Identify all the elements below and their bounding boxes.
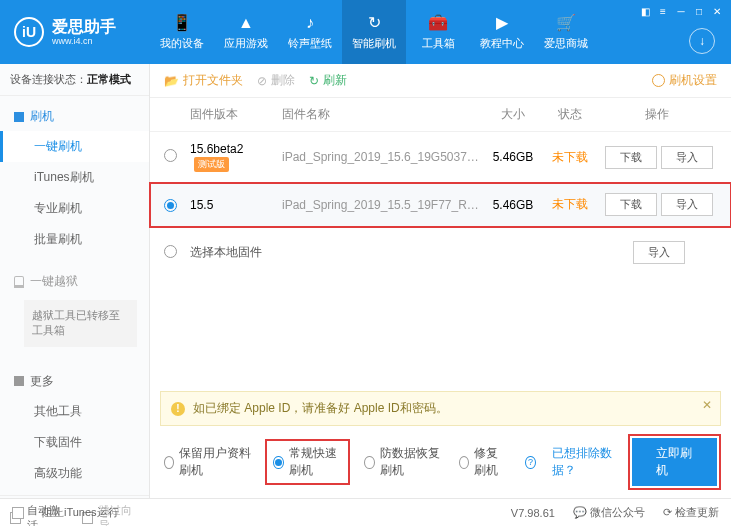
radio-icon xyxy=(364,456,374,469)
logo-icon: iU xyxy=(14,17,44,47)
nav-apps[interactable]: ▲应用游戏 xyxy=(214,0,278,64)
block-itunes-label: 阻止iTunes运行 xyxy=(42,505,119,520)
import-button[interactable]: 导入 xyxy=(661,193,713,216)
sidebar-item-itunes[interactable]: iTunes刷机 xyxy=(0,162,149,193)
version-label: V7.98.61 xyxy=(511,507,555,519)
sidebar-head-flash[interactable]: 刷机 xyxy=(0,102,149,131)
play-icon: ▶ xyxy=(493,14,511,32)
flash-settings-button[interactable]: 刷机设置 xyxy=(652,72,717,89)
opt-anti-recovery[interactable]: 防数据恢复刷机 xyxy=(364,445,442,479)
lock-icon xyxy=(14,276,24,288)
check-update-link[interactable]: ⟳ 检查更新 xyxy=(663,505,719,520)
nav-flash[interactable]: ↻智能刷机 xyxy=(342,0,406,64)
update-icon: ⟳ xyxy=(663,506,672,518)
import-button[interactable]: 导入 xyxy=(661,146,713,169)
sidebar-item-oneclick[interactable]: 一键刷机 xyxy=(0,131,149,162)
refresh-icon: ↻ xyxy=(309,74,319,88)
appleid-warning: ! 如已绑定 Apple ID，请准备好 Apple ID和密码。 ✕ xyxy=(160,391,721,426)
sidebar-head-more[interactable]: 更多 xyxy=(0,367,149,396)
wechat-icon: 💬 xyxy=(573,506,587,518)
download-manager-button[interactable]: ↓ xyxy=(689,28,715,54)
wechat-link[interactable]: 💬 微信公众号 xyxy=(573,505,645,520)
firmware-state: 未下载 xyxy=(543,149,597,166)
phone-icon: 📱 xyxy=(173,14,191,32)
jailbreak-note: 越狱工具已转移至工具箱 xyxy=(24,300,137,347)
opt-normal-flash[interactable]: 常规快速刷机 xyxy=(267,441,348,483)
menu-button[interactable]: ≡ xyxy=(655,4,671,18)
firmware-radio[interactable] xyxy=(164,149,177,162)
opt-keep-data[interactable]: 保留用户资料刷机 xyxy=(164,445,251,479)
radio-icon xyxy=(164,456,174,469)
exclude-data-link[interactable]: 已想排除数据？ xyxy=(552,445,616,479)
folder-icon: 📂 xyxy=(164,74,179,88)
cart-icon: 🛒 xyxy=(557,14,575,32)
brand-logo: iU 爱思助手 www.i4.cn xyxy=(0,0,150,64)
beta-tag: 测试版 xyxy=(194,157,229,172)
help-icon[interactable]: ? xyxy=(525,456,535,469)
radio-icon xyxy=(273,456,283,469)
firmware-row[interactable]: 15.5 iPad_Spring_2019_15.5_19F77_Restore… xyxy=(150,183,731,227)
download-button[interactable]: 下载 xyxy=(605,146,657,169)
square-icon xyxy=(14,112,24,122)
square-icon xyxy=(14,376,24,386)
warning-close-button[interactable]: ✕ xyxy=(702,398,712,412)
delete-icon: ⊘ xyxy=(257,74,267,88)
delete-button[interactable]: ⊘删除 xyxy=(257,72,295,89)
app-icon: ▲ xyxy=(237,14,255,32)
download-button[interactable]: 下载 xyxy=(605,193,657,216)
nav-my-device[interactable]: 📱我的设备 xyxy=(150,0,214,64)
download-icon: ↓ xyxy=(699,34,705,48)
sidebar-head-jailbreak: 一键越狱 xyxy=(0,267,149,296)
nav-ringtone[interactable]: ♪铃声壁纸 xyxy=(278,0,342,64)
maximize-button[interactable]: □ xyxy=(691,4,707,18)
brand-subtitle: www.i4.cn xyxy=(52,36,116,46)
local-firmware-row[interactable]: 选择本地固件 导入 xyxy=(150,227,731,278)
music-icon: ♪ xyxy=(301,14,319,32)
sidebar-item-download-fw[interactable]: 下载固件 xyxy=(0,427,149,458)
warning-icon: ! xyxy=(171,402,185,416)
toolbox-icon: 🧰 xyxy=(429,14,447,32)
sidebar-item-pro[interactable]: 专业刷机 xyxy=(0,193,149,224)
firmware-row[interactable]: 15.6beta2测试版 iPad_Spring_2019_15.6_19G50… xyxy=(150,132,731,183)
flash-now-button[interactable]: 立即刷机 xyxy=(632,438,717,486)
minimize-button[interactable]: ─ xyxy=(673,4,689,18)
firmware-name: iPad_Spring_2019_15.6_19G5037d_Restore.i… xyxy=(282,150,483,164)
firmware-table-header: 固件版本 固件名称 大小 状态 操作 xyxy=(150,98,731,132)
connection-status: 设备连接状态：正常模式 xyxy=(0,64,149,96)
opt-repair[interactable]: 修复刷机 xyxy=(459,445,510,479)
nav-toolbox[interactable]: 🧰工具箱 xyxy=(406,0,470,64)
sidebar-item-advanced[interactable]: 高级功能 xyxy=(0,458,149,489)
refresh-icon: ↻ xyxy=(365,14,383,32)
brand-title: 爱思助手 xyxy=(52,18,116,36)
close-button[interactable]: ✕ xyxy=(709,4,725,18)
firmware-name: iPad_Spring_2019_15.5_19F77_Restore.ipsw xyxy=(282,198,483,212)
import-button[interactable]: 导入 xyxy=(633,241,685,264)
nav-store[interactable]: 🛒爱思商城 xyxy=(534,0,598,64)
firmware-size: 5.46GB xyxy=(483,150,543,164)
firmware-state: 未下载 xyxy=(543,196,597,213)
gear-icon xyxy=(652,74,665,87)
block-itunes-checkbox[interactable] xyxy=(12,507,24,519)
refresh-button[interactable]: ↻刷新 xyxy=(309,72,347,89)
firmware-radio[interactable] xyxy=(164,245,177,258)
firmware-size: 5.46GB xyxy=(483,198,543,212)
skin-button[interactable]: ◧ xyxy=(637,4,653,18)
radio-icon xyxy=(459,456,469,469)
open-folder-button[interactable]: 📂打开文件夹 xyxy=(164,72,243,89)
firmware-radio[interactable] xyxy=(164,199,177,212)
nav-tutorial[interactable]: ▶教程中心 xyxy=(470,0,534,64)
sidebar-item-batch[interactable]: 批量刷机 xyxy=(0,224,149,255)
sidebar-item-othertools[interactable]: 其他工具 xyxy=(0,396,149,427)
